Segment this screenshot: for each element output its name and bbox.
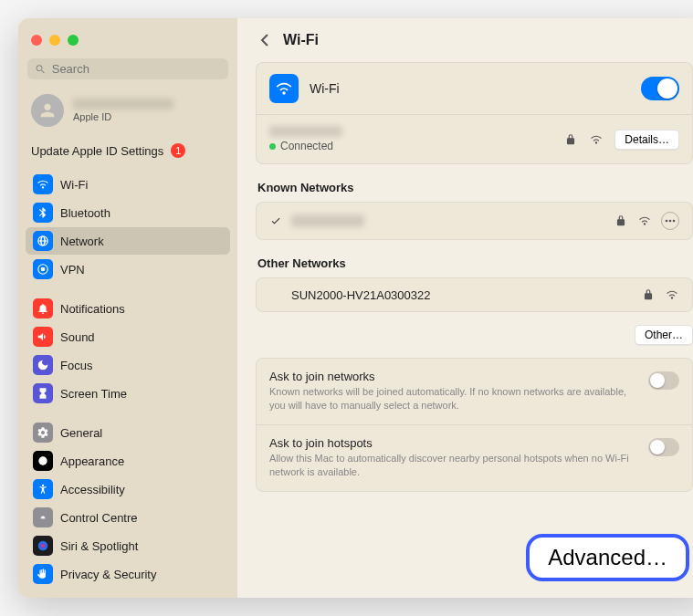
sidebar-item-privacy-security[interactable]: Privacy & Security	[26, 560, 230, 588]
known-network-row[interactable]	[257, 203, 692, 239]
ask-join-networks-toggle[interactable]	[648, 371, 679, 390]
traffic-lights	[18, 26, 237, 58]
sidebar-item-label: Notifications	[60, 302, 125, 316]
known-ssid	[291, 214, 364, 227]
moon-icon	[33, 355, 53, 375]
sidebar-item-label: Siri & Spotlight	[60, 539, 138, 553]
update-appleid-label: Update Apple ID Settings	[31, 144, 163, 158]
other-network-button[interactable]: Other…	[635, 325, 693, 345]
known-networks-title: Known Networks	[237, 177, 693, 202]
globe-icon	[33, 231, 53, 251]
search-field[interactable]	[27, 58, 228, 79]
siri-icon	[33, 536, 53, 556]
wifi-signal-icon	[589, 132, 604, 147]
sidebar-item-notifications[interactable]: Notifications	[26, 295, 230, 322]
setting-desc: Known networks will be joined automatica…	[269, 385, 637, 413]
sidebar-item-label: Sound	[60, 330, 95, 344]
sidebar-list: Wi-FiBluetoothNetworkVPNNotificationsSou…	[18, 171, 237, 589]
wifi-connection-row: Connected Details…	[257, 115, 692, 163]
connected-ssid	[269, 126, 342, 137]
sidebar-item-label: Wi-Fi	[60, 178, 88, 192]
svg-point-3	[38, 541, 48, 551]
setting-title: Ask to join networks	[269, 370, 637, 383]
ask-join-networks-row: Ask to join networks Known networks will…	[257, 359, 692, 425]
advanced-button-wrap: Advanced…	[526, 534, 689, 581]
sidebar-item-label: VPN	[60, 263, 85, 277]
speaker-icon	[33, 327, 53, 347]
sidebar-item-siri-spotlight[interactable]: Siri & Spotlight	[26, 532, 230, 559]
other-networks-title: Other Networks	[237, 253, 693, 277]
appleid-sub: Apple ID	[73, 111, 173, 122]
wifi-toggle-row: Wi-Fi	[257, 63, 692, 115]
search-input[interactable]	[52, 62, 221, 76]
accessibility-icon	[33, 479, 53, 499]
hourglass-icon	[33, 383, 53, 403]
appleid-row[interactable]: Apple ID	[18, 87, 237, 134]
bluetooth-icon	[33, 203, 53, 223]
back-button[interactable]	[256, 31, 274, 49]
wifi-icon	[33, 174, 53, 194]
hand-icon	[33, 564, 53, 584]
update-appleid-row[interactable]: Update Apple ID Settings 1	[18, 134, 237, 171]
network-options-button[interactable]	[661, 212, 679, 230]
sidebar-item-accessibility[interactable]: Accessibility	[26, 475, 230, 503]
minimize-window-button[interactable]	[49, 35, 60, 46]
appearance-icon	[33, 451, 53, 471]
connection-status: Connected	[269, 140, 342, 152]
sidebar: Apple ID Update Apple ID Settings 1 Wi-F…	[18, 18, 237, 598]
update-badge: 1	[171, 143, 185, 158]
wifi-signal-icon	[637, 214, 652, 228]
sidebar-item-wi-fi[interactable]: Wi-Fi	[26, 171, 230, 198]
close-window-button[interactable]	[31, 35, 42, 46]
lock-icon	[641, 287, 656, 302]
control-icon	[33, 507, 53, 527]
lock-icon	[563, 132, 578, 147]
sidebar-item-sound[interactable]: Sound	[26, 323, 230, 350]
sidebar-item-appearance[interactable]: Appearance	[26, 447, 230, 475]
svg-point-4	[666, 220, 668, 223]
known-networks-panel	[256, 202, 693, 240]
sidebar-item-network[interactable]: Network	[26, 227, 230, 255]
other-networks-panel: SUN2000-HV21A0300322	[256, 277, 693, 312]
sidebar-item-vpn[interactable]: VPN	[26, 256, 230, 283]
avatar	[31, 94, 64, 127]
wifi-signal-icon	[665, 287, 679, 302]
svg-point-0	[41, 267, 46, 272]
ask-join-hotspots-toggle[interactable]	[648, 438, 679, 456]
bell-icon	[33, 298, 53, 318]
advanced-button[interactable]: Advanced…	[526, 534, 689, 581]
maximize-window-button[interactable]	[68, 35, 79, 46]
status-dot	[269, 143, 276, 150]
search-icon	[35, 63, 47, 76]
other-network-row[interactable]: SUN2000-HV21A0300322	[257, 278, 692, 311]
svg-point-6	[673, 220, 676, 223]
checkmark-icon	[269, 215, 282, 226]
appleid-name	[73, 99, 173, 110]
wifi-label: Wi-Fi	[310, 81, 340, 96]
sidebar-item-bluetooth[interactable]: Bluetooth	[26, 199, 230, 226]
svg-point-5	[669, 220, 672, 223]
wifi-toggle[interactable]	[641, 77, 679, 100]
gear-icon	[33, 423, 53, 443]
sidebar-item-general[interactable]: General	[26, 419, 230, 446]
sidebar-item-focus[interactable]: Focus	[26, 351, 230, 379]
sidebar-item-screen-time[interactable]: Screen Time	[26, 380, 230, 407]
details-button[interactable]: Details…	[614, 130, 679, 150]
svg-point-2	[42, 485, 44, 486]
sidebar-item-control-centre[interactable]: Control Centre	[26, 504, 230, 531]
lock-icon	[614, 214, 628, 228]
vpn-icon	[33, 259, 53, 279]
sidebar-item-label: General	[60, 426, 102, 440]
sidebar-item-label: Network	[60, 235, 104, 248]
setting-title: Ask to join hotspots	[269, 436, 637, 450]
sidebar-item-label: Accessibility	[60, 483, 125, 496]
main-pane: Wi-Fi Wi-Fi Connected	[237, 18, 693, 598]
appleid-text: Apple ID	[73, 99, 173, 122]
settings-window: Apple ID Update Apple ID Settings 1 Wi-F…	[18, 18, 693, 598]
other-ssid: SUN2000-HV21A0300322	[291, 288, 431, 302]
wifi-status-panel: Wi-Fi Connected Details…	[256, 62, 693, 164]
ask-join-hotspots-row: Ask to join hotspots Allow this Mac to a…	[257, 425, 692, 491]
page-title: Wi-Fi	[283, 32, 319, 48]
sidebar-item-label: Privacy & Security	[60, 568, 156, 581]
main-header: Wi-Fi	[237, 18, 693, 62]
